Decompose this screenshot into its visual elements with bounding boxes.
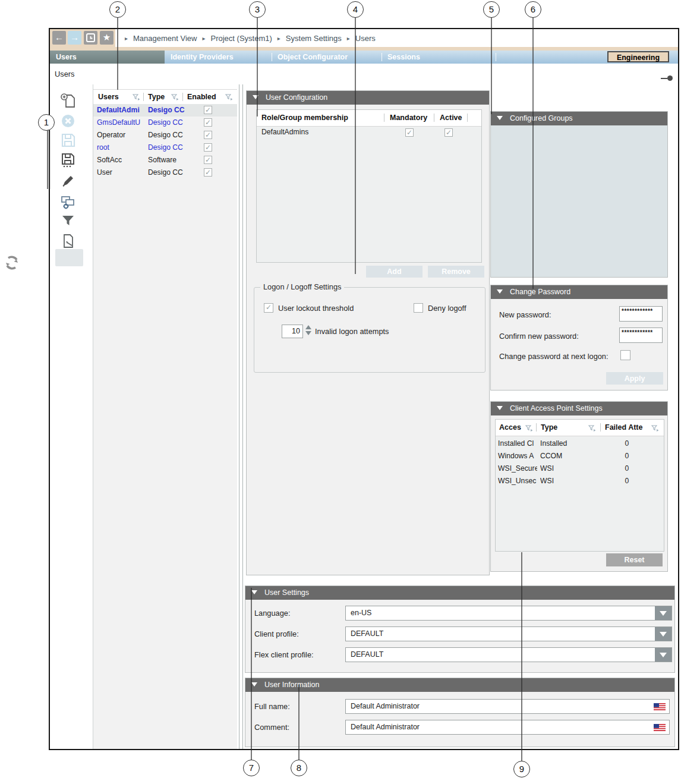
access-point-row[interactable]: Installed Cl Installed 0: [496, 437, 664, 450]
edit-icon[interactable]: [60, 173, 76, 189]
filter-funnel-icon[interactable]: [225, 94, 233, 100]
breadcrumb-item-management-view[interactable]: Management View: [133, 34, 197, 43]
save-icon[interactable]: [60, 132, 76, 148]
enabled-checkbox[interactable]: [204, 156, 212, 164]
change-password-panel: Change Password New password: **********…: [490, 285, 668, 391]
user-settings-header[interactable]: User Settings: [245, 586, 674, 600]
tab-users[interactable]: Users: [50, 51, 165, 64]
chevron-down-icon[interactable]: [655, 648, 671, 662]
history-button[interactable]: [84, 31, 97, 45]
client-access-point-header[interactable]: Client Access Point Settings: [491, 402, 667, 415]
configured-groups-header[interactable]: Configured Groups: [491, 112, 667, 125]
new-password-input[interactable]: ************: [619, 306, 663, 322]
tab-object-configurator[interactable]: Object Configurator: [272, 51, 382, 64]
filter-funnel-icon[interactable]: [171, 94, 179, 100]
column-header-users[interactable]: Users: [98, 90, 119, 104]
breadcrumb-item-users[interactable]: Users: [355, 34, 376, 43]
filter-funnel-icon[interactable]: [588, 425, 596, 432]
save-as-icon[interactable]: [60, 152, 76, 168]
deny-logoff-label: Deny logoff: [428, 304, 466, 313]
access-point-row[interactable]: Windows A CCOM 0: [496, 450, 664, 462]
invalid-attempts-input[interactable]: 10: [282, 325, 303, 338]
user-information-header[interactable]: User Information: [245, 678, 674, 692]
new-user-icon[interactable]: [60, 93, 76, 109]
chevron-down-icon[interactable]: [655, 627, 671, 641]
change-password-header[interactable]: Change Password: [491, 285, 667, 299]
breadcrumb-item-project[interactable]: Project (System1): [211, 34, 272, 43]
deny-logoff-checkbox[interactable]: [414, 303, 423, 313]
add-button[interactable]: Add: [366, 266, 423, 278]
export-icon[interactable]: [60, 233, 76, 249]
spinner-down-icon[interactable]: [305, 331, 311, 335]
collapse-icon: [497, 116, 503, 120]
user-row-user[interactable]: User Desigo CC: [93, 166, 237, 179]
language-dropdown[interactable]: en-US: [345, 606, 672, 621]
pin-icon-dot: [667, 75, 673, 81]
user-row-gmsdefaultuser[interactable]: GmsDefaultU Desigo CC: [93, 117, 237, 129]
role-group-row[interactable]: DefaultAdmins: [257, 126, 481, 139]
access-points-table-header: Acces Type Failed Atte: [496, 420, 664, 436]
column-header-enabled[interactable]: Enabled: [187, 90, 216, 104]
collapse-icon: [253, 95, 258, 99]
enabled-checkbox[interactable]: [204, 168, 212, 177]
full-name-input[interactable]: Default Administrator: [345, 699, 670, 714]
group-configurator-icon[interactable]: [60, 194, 76, 210]
filter-funnel-icon[interactable]: [133, 94, 140, 100]
enabled-checkbox[interactable]: [204, 106, 212, 114]
column-header-type[interactable]: Type: [148, 90, 165, 104]
filter-funnel-icon[interactable]: [525, 425, 533, 432]
access-point-row[interactable]: WSI_Unsec WSI 0: [496, 475, 664, 487]
column-header-failed-attempts[interactable]: Failed Atte: [605, 420, 649, 436]
apply-button[interactable]: Apply: [606, 372, 663, 385]
filter-icon[interactable]: [60, 212, 76, 228]
user-row-root[interactable]: root Desigo CC: [93, 141, 237, 154]
callout-3: 3: [249, 1, 266, 18]
engineering-mode-button[interactable]: Engineering: [607, 51, 669, 62]
callout-7: 7: [243, 760, 260, 776]
user-row-operator[interactable]: Operator Desigo CC: [93, 129, 237, 141]
user-configuration-header[interactable]: User Configuration: [247, 91, 489, 105]
remove-button[interactable]: Remove: [428, 266, 484, 278]
user-type: Desigo CC: [148, 129, 183, 141]
confirm-password-input[interactable]: ************: [619, 328, 663, 343]
chevron-down-icon[interactable]: [655, 606, 671, 620]
favorites-button[interactable]: ★: [100, 31, 114, 45]
enabled-checkbox[interactable]: [204, 118, 212, 127]
column-header-mandatory[interactable]: Mandatory: [390, 110, 434, 126]
back-button[interactable]: ←: [52, 31, 66, 45]
breadcrumb-arrow-icon: ▸: [125, 35, 128, 42]
user-name: Operator: [97, 129, 125, 141]
column-header-access[interactable]: Acces: [499, 420, 524, 436]
access-point-type: Installed: [540, 437, 597, 450]
forward-icon: →: [70, 32, 79, 42]
breadcrumb-item-system-settings[interactable]: System Settings: [286, 34, 342, 43]
column-header-active[interactable]: Active: [440, 110, 466, 126]
reset-button[interactable]: Reset: [606, 553, 663, 566]
breadcrumb-arrow-icon: ▸: [278, 35, 280, 42]
star-icon: ★: [103, 32, 111, 42]
delete-icon[interactable]: [60, 113, 76, 129]
comment-input[interactable]: Default Administrator: [345, 720, 670, 735]
enabled-checkbox[interactable]: [204, 131, 212, 139]
filter-funnel-icon[interactable]: [651, 425, 659, 432]
user-row-softacc[interactable]: SoftAcc Software: [93, 154, 237, 166]
active-checkbox[interactable]: [444, 128, 453, 137]
tab-identity-providers[interactable]: Identity Providers: [165, 51, 272, 64]
access-point-row[interactable]: WSI_Secure WSI 0: [496, 462, 664, 475]
user-row-defaultadmin[interactable]: DefaultAdmi Desigo CC: [93, 104, 237, 117]
splitter-handle[interactable]: [239, 84, 243, 749]
client-profile-dropdown[interactable]: DEFAULT: [345, 626, 672, 641]
configured-groups-panel: Configured Groups: [490, 111, 668, 278]
user-type: Desigo CC: [148, 104, 185, 117]
tab-sessions[interactable]: Sessions: [382, 51, 496, 64]
user-lockout-checkbox[interactable]: [264, 303, 273, 313]
enabled-checkbox[interactable]: [204, 143, 212, 152]
pin-icon[interactable]: [661, 78, 667, 79]
mandatory-checkbox[interactable]: [405, 128, 414, 137]
flex-client-profile-dropdown[interactable]: DEFAULT: [345, 647, 672, 662]
next-logon-checkbox[interactable]: [620, 350, 630, 360]
spinner-up-icon[interactable]: [305, 325, 311, 329]
column-header-role-group[interactable]: Role/Group membership: [261, 110, 380, 126]
forward-button[interactable]: →: [68, 31, 81, 45]
column-header-type[interactable]: Type: [541, 420, 565, 436]
